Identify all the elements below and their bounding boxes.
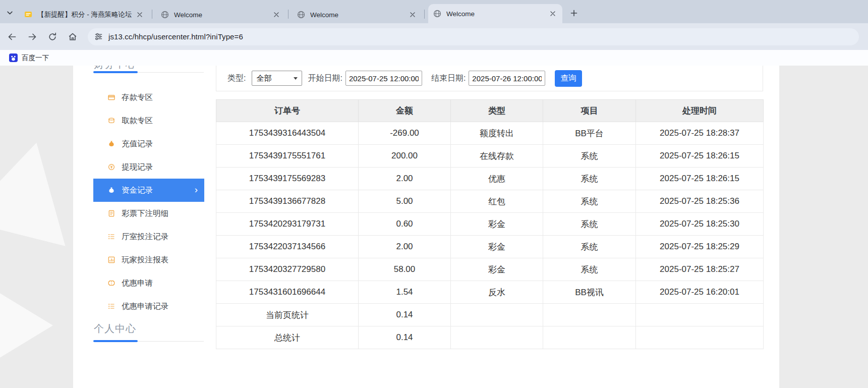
- main-panel: 类型: 全部 开始日期: 结束日期: 查询 订单号 金额: [216, 66, 763, 91]
- sidebar-item-promo-application[interactable]: 优惠申请: [93, 271, 204, 295]
- baidu-favicon-icon: [9, 53, 18, 62]
- sidebar-menu: 存款专区 取款专区 充值记录: [93, 86, 204, 318]
- browser-tab-welcome-1[interactable]: Welcome: [156, 6, 286, 23]
- cell-project: 系统: [543, 213, 636, 236]
- cell-project: BB平台: [543, 122, 636, 145]
- sidebar-section-personal-title: 个人中心: [94, 322, 136, 336]
- cell-type: [451, 326, 543, 349]
- sidebar-item-label: 资金记录: [122, 185, 153, 196]
- sidebar-item-deposit-zone[interactable]: 存款专区: [93, 86, 204, 109]
- sidebar-item-player-bet-report[interactable]: 玩家投注报表: [93, 248, 204, 271]
- cell-project: [543, 326, 636, 349]
- promo-record-list-icon: [107, 302, 115, 310]
- watermark-triangle: [0, 283, 53, 368]
- sidebar-section-finance-title: 财务中心: [94, 66, 136, 71]
- globe-favicon-icon: [297, 11, 305, 19]
- tab-close-icon[interactable]: [272, 10, 281, 19]
- section-underline-accent: [93, 340, 138, 342]
- table-row: 1753420293179731 0.60 彩金 系统 2025-07-25 1…: [216, 213, 764, 236]
- browser-tab-forum[interactable]: 【新提醒】积分 - 海燕策略论坛: [19, 6, 149, 23]
- table-summary-row-page: 当前页统计 0.14: [216, 304, 764, 326]
- sidebar-item-label: 充值记录: [122, 139, 153, 149]
- cell-order-no: 1753439316443504: [216, 122, 359, 145]
- cell-type: 红包: [451, 190, 543, 213]
- bookmark-baidu[interactable]: 百度一下: [6, 52, 52, 64]
- cell-amount: 5.00: [359, 190, 451, 213]
- type-select[interactable]: 全部: [252, 71, 302, 86]
- sidebar-item-label: 优惠申请记录: [122, 301, 168, 312]
- cell-process-time: 2025-07-25 18:25:27: [636, 258, 764, 281]
- table-row: 1753439316443504 -269.00 额度转出 BB平台 2025-…: [216, 122, 764, 145]
- url-text[interactable]: js13.cc/hhcp/usercenter.html?iniType=6: [108, 32, 243, 41]
- start-date-input[interactable]: [345, 71, 422, 86]
- tab-separator: [424, 10, 425, 19]
- sidebar-item-promo-application-records[interactable]: 优惠申请记录: [93, 295, 204, 318]
- table-header-row: 订单号 金额 类型 项目 处理时间: [216, 100, 764, 122]
- query-button[interactable]: 查询: [555, 70, 582, 87]
- cell-amount: 1.54: [359, 281, 451, 304]
- tab-title: Welcome: [174, 11, 272, 19]
- sidebar-item-label: 取款专区: [122, 116, 153, 126]
- type-select-value: 全部: [256, 74, 271, 83]
- refresh-icon[interactable]: [44, 29, 61, 45]
- cell-process-time: 2025-07-25 18:26:15: [636, 168, 764, 190]
- cell-amount: 0.60: [359, 213, 451, 236]
- end-date-label: 结束日期:: [431, 73, 466, 84]
- sidebar-item-label: 存款专区: [122, 92, 153, 103]
- sidebar-item-label: 玩家投注报表: [122, 255, 168, 265]
- sidebar-item-withdrawal-records[interactable]: 提现记录: [93, 155, 204, 179]
- end-date-input[interactable]: [469, 71, 545, 86]
- sidebar-item-lottery-bet-details[interactable]: 彩票下注明细: [93, 202, 204, 225]
- table-row: 1753439175551761 200.00 在线存款 系统 2025-07-…: [216, 145, 764, 168]
- sidebar-item-label: 厅室投注记录: [122, 232, 168, 242]
- sidebar-item-hall-bet-records[interactable]: 厅室投注记录: [93, 225, 204, 248]
- back-icon[interactable]: [4, 29, 20, 45]
- cell-order-no: 1753420327729580: [216, 258, 359, 281]
- cell-process-time: 2025-07-25 18:25:29: [636, 236, 764, 258]
- browser-tab-welcome-active[interactable]: Welcome: [428, 4, 562, 23]
- sidebar: 财务中心 存款专区 取款专区: [93, 66, 204, 388]
- sidebar-item-label: 提现记录: [122, 162, 153, 173]
- withdrawal-coin-icon: [107, 163, 115, 171]
- cell-type: 反水: [451, 281, 543, 304]
- cell-order-no: 1753439136677828: [216, 190, 359, 213]
- cell-process-time: 2025-07-25 16:20:01: [636, 281, 764, 304]
- sidebar-item-recharge-records[interactable]: 充值记录: [93, 132, 204, 155]
- header-order-no: 订单号: [216, 100, 359, 122]
- sidebar-item-label: 优惠申请: [122, 278, 153, 289]
- tab-close-icon[interactable]: [548, 9, 557, 18]
- navigation-bar: js13.cc/hhcp/usercenter.html?iniType=6: [0, 23, 868, 50]
- address-bar[interactable]: js13.cc/hhcp/usercenter.html?iniType=6: [88, 28, 859, 45]
- header-amount: 金额: [359, 100, 451, 122]
- sidebar-item-fund-records[interactable]: 资金记录 ›: [93, 179, 204, 202]
- cell-project: 系统: [543, 145, 636, 168]
- funds-record-table: 订单号 金额 类型 项目 处理时间 1753439316443504 -269.…: [216, 99, 764, 349]
- tab-search-chevron-icon[interactable]: [4, 8, 15, 18]
- cell-type: 彩金: [451, 236, 543, 258]
- sidebar-item-label: 彩票下注明细: [122, 208, 168, 219]
- lottery-document-icon: [107, 209, 115, 217]
- deposit-card-icon: [107, 93, 115, 101]
- tab-separator: [288, 10, 288, 19]
- browser-tab-welcome-2[interactable]: Welcome: [292, 6, 422, 23]
- cell-amount: 0.14: [359, 326, 451, 349]
- sidebar-item-withdraw-zone[interactable]: 取款专区: [93, 109, 204, 132]
- globe-favicon-icon: [433, 10, 441, 18]
- forward-icon[interactable]: [24, 29, 40, 45]
- type-label: 类型:: [227, 73, 246, 84]
- tab-close-icon[interactable]: [135, 10, 144, 19]
- forum-favicon-icon: [24, 11, 32, 19]
- site-permissions-icon[interactable]: [94, 32, 103, 41]
- tab-close-icon[interactable]: [408, 10, 417, 19]
- home-icon[interactable]: [65, 29, 81, 45]
- cell-amount: 2.00: [359, 168, 451, 190]
- tab-title: Welcome: [310, 11, 408, 19]
- header-project: 项目: [543, 100, 636, 122]
- cell-project: [543, 304, 636, 326]
- cell-type: 额度转出: [451, 122, 543, 145]
- cell-process-time: 2025-07-25 18:25:30: [636, 213, 764, 236]
- cell-type: 彩金: [451, 213, 543, 236]
- globe-favicon-icon: [161, 11, 169, 19]
- new-tab-button[interactable]: [568, 7, 580, 19]
- cell-process-time: 2025-07-25 18:25:36: [636, 190, 764, 213]
